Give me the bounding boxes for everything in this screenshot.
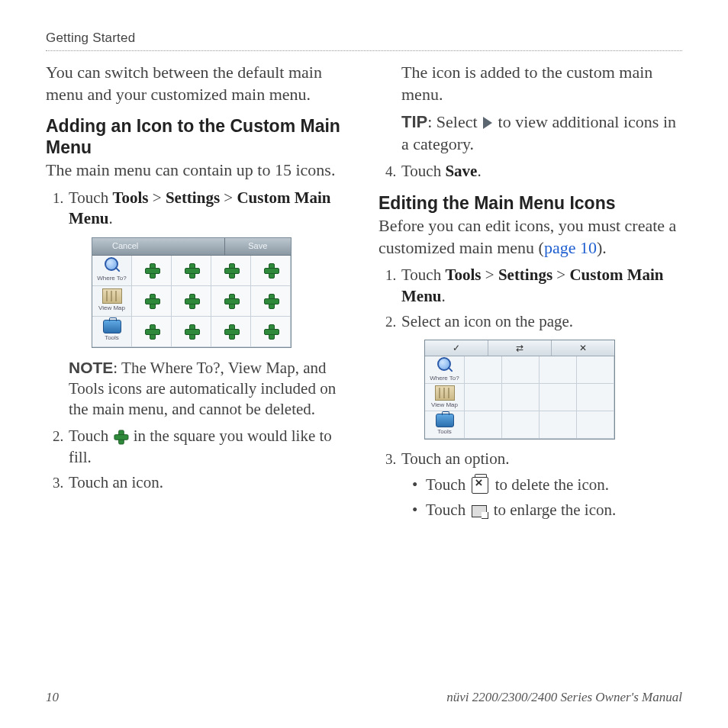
plus-icon [264, 324, 278, 338]
map-icon [102, 288, 122, 304]
device-screenshot-edit: ✓ ⇄ ✕ Where To? View Map Tools [424, 340, 615, 440]
side-where-to: Where To? [92, 256, 132, 286]
page-number: 10 [46, 690, 59, 705]
step-1: Touch Tools > Settings > Custom Main Men… [67, 188, 350, 420]
magnify-icon [104, 257, 121, 274]
toolbox-icon [103, 320, 121, 333]
enlarge-icon [472, 505, 487, 517]
plus-icon [224, 294, 238, 308]
plus-icon [185, 324, 198, 338]
right-column: The icon is added to the custom main men… [378, 62, 682, 525]
toolbox-icon [436, 414, 454, 427]
side-view-map: View Map [425, 384, 465, 411]
running-head: Getting Started [46, 31, 682, 51]
adding-steps: Touch Tools > Settings > Custom Main Men… [46, 188, 350, 493]
triangle-right-icon [483, 117, 492, 129]
map-icon [435, 385, 455, 401]
plus-icon [185, 263, 198, 277]
plus-icon [224, 263, 238, 277]
side-view-map: View Map [92, 286, 132, 317]
side-tools: Tools [92, 317, 132, 347]
plus-icon [224, 324, 238, 338]
page-10-link[interactable]: page 10 [544, 238, 597, 257]
plus-icon [264, 294, 278, 308]
heading-editing-icons: Editing the Main Menu Icons [378, 193, 682, 214]
adding-steps-cont: Touch Save. [378, 161, 682, 182]
step-4: Touch Save. [400, 161, 682, 182]
edit-step-2: Select an icon on the page. ✓ ⇄ ✕ Where … [400, 311, 682, 440]
plus-icon [185, 294, 198, 308]
toolbar-check-icon: ✓ [425, 340, 488, 356]
footer-manual-title: nüvi 2200/2300/2400 Series Owner's Manua… [446, 690, 682, 705]
edit-step-3: Touch an option. Touch to delete the ico… [400, 449, 682, 520]
side-tools: Tools [425, 411, 465, 439]
device-screenshot-grid: Cancel Save Where To? View Map [92, 237, 292, 348]
toolbar-move-icon: ⇄ [488, 340, 551, 356]
plus-icon [114, 430, 127, 443]
magnify-icon [436, 357, 453, 374]
edit-options: Touch to delete the icon. Touch to enlar… [401, 475, 682, 521]
toolbar-delete-icon: ✕ [551, 340, 614, 356]
option-delete: Touch to delete the icon. [415, 475, 682, 495]
device-save-button: Save [224, 238, 291, 255]
adding-lead: The main menu can contain up to 15 icons… [46, 159, 350, 182]
plus-icon [145, 263, 159, 277]
icon-added: The icon is added to the custom main men… [401, 62, 682, 105]
intro-paragraph: You can switch between the default main … [46, 62, 350, 105]
plus-icon [145, 294, 159, 308]
left-column: You can switch between the default main … [46, 62, 350, 525]
step-2: Touch in the square you would like to fi… [67, 426, 350, 468]
plus-icon [145, 324, 159, 338]
edit-step-1: Touch Tools > Settings > Custom Main Men… [400, 265, 682, 307]
editing-steps: Touch Tools > Settings > Custom Main Men… [378, 265, 682, 520]
editing-lead: Before you can edit icons, you must crea… [378, 215, 682, 259]
option-enlarge: Touch to enlarge the icon. [415, 500, 682, 520]
tip: TIP: Select to view additional icons in … [401, 111, 682, 155]
step-3: Touch an icon. [67, 472, 350, 493]
device-cancel-button: Cancel [92, 238, 158, 255]
heading-adding-icon: Adding an Icon to the Custom Main Menu [46, 116, 350, 158]
delete-icon [472, 477, 488, 494]
plus-icon [264, 263, 278, 277]
note: NOTE: The Where To?, View Map, and Tools… [69, 357, 350, 420]
side-where-to: Where To? [425, 356, 465, 384]
